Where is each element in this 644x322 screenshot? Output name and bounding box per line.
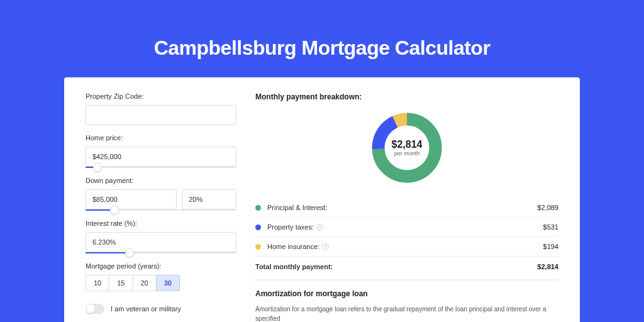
- period-option-20[interactable]: 20: [133, 275, 156, 291]
- down-payment-field-group: Down payment:: [86, 177, 236, 211]
- donut-center-amount: $2,814: [392, 139, 423, 150]
- legend-label: Principal & Interest:: [267, 204, 537, 211]
- down-payment-pct-input[interactable]: [182, 189, 236, 209]
- legend-label: Home insurance: ?: [267, 243, 543, 250]
- slider-thumb[interactable]: [125, 248, 134, 257]
- legend-label: Property taxes: ?: [267, 223, 543, 231]
- down-payment-label: Down payment:: [86, 177, 236, 184]
- legend-row: Property taxes: ?$531: [255, 218, 558, 237]
- legend-total-value: $2,814: [537, 263, 558, 270]
- legend-dot: [255, 205, 261, 211]
- legend-total-label: Total monthly payment:: [255, 263, 537, 270]
- donut-chart: $2,814 per month: [369, 110, 445, 186]
- info-icon[interactable]: ?: [316, 224, 323, 231]
- form-column: Property Zip Code: Home price: Down paym…: [86, 92, 236, 322]
- amortization-section: Amortization for mortgage loan Amortizat…: [255, 280, 558, 322]
- legend-value: $2,089: [537, 204, 558, 211]
- slider-thumb[interactable]: [93, 163, 102, 172]
- legend-value: $531: [543, 223, 558, 231]
- zip-label: Property Zip Code:: [86, 92, 236, 100]
- slider-thumb[interactable]: [110, 206, 119, 214]
- breakdown-column: Monthly payment breakdown: $2,814 per mo…: [255, 92, 558, 322]
- mortgage-period-label: Mortgage period (years):: [86, 262, 236, 270]
- period-option-30[interactable]: 30: [156, 275, 180, 291]
- period-option-10[interactable]: 10: [86, 275, 109, 291]
- interest-rate-input[interactable]: [86, 232, 236, 252]
- home-price-slider[interactable]: [86, 167, 236, 168]
- donut-chart-wrap: $2,814 per month: [255, 106, 558, 194]
- veteran-toggle-row: I am veteran or military: [86, 304, 236, 314]
- home-price-input[interactable]: [86, 147, 236, 167]
- mortgage-period-options: 10152030: [86, 275, 236, 291]
- legend-row: Home insurance: ?$194: [255, 237, 558, 257]
- legend-dot: [255, 225, 261, 230]
- veteran-toggle-label: I am veteran or military: [111, 305, 181, 313]
- home-price-label: Home price:: [86, 134, 236, 142]
- amortization-title: Amortization for mortgage loan: [255, 289, 558, 298]
- breakdown-legend: Principal & Interest:$2,089Property taxe…: [255, 194, 558, 280]
- legend-value: $194: [543, 243, 558, 250]
- toggle-knob: [86, 304, 95, 313]
- calculator-card: Property Zip Code: Home price: Down paym…: [64, 77, 580, 322]
- legend-dot: [255, 244, 261, 250]
- home-price-field-group: Home price:: [86, 134, 236, 168]
- period-option-15[interactable]: 15: [109, 275, 132, 291]
- amortization-text: Amortization for a mortgage loan refers …: [255, 304, 558, 322]
- veteran-toggle[interactable]: [86, 304, 104, 314]
- zip-field-group: Property Zip Code:: [86, 92, 236, 125]
- legend-total-row: Total monthly payment:$2,814: [255, 257, 558, 280]
- down-payment-slider[interactable]: [86, 209, 236, 211]
- down-payment-input[interactable]: [86, 189, 177, 209]
- mortgage-period-field-group: Mortgage period (years): 10152030: [86, 262, 236, 291]
- breakdown-title: Monthly payment breakdown:: [255, 92, 558, 101]
- zip-input[interactable]: [86, 105, 236, 125]
- legend-row: Principal & Interest:$2,089: [255, 198, 558, 218]
- info-icon[interactable]: ?: [322, 243, 329, 250]
- interest-rate-label: Interest rate (%):: [86, 219, 236, 227]
- donut-center-sub: per month: [394, 150, 420, 157]
- page-title: Campbellsburg Mortgage Calculator: [0, 0, 644, 77]
- interest-rate-slider[interactable]: [86, 252, 236, 253]
- interest-rate-field-group: Interest rate (%):: [86, 219, 236, 253]
